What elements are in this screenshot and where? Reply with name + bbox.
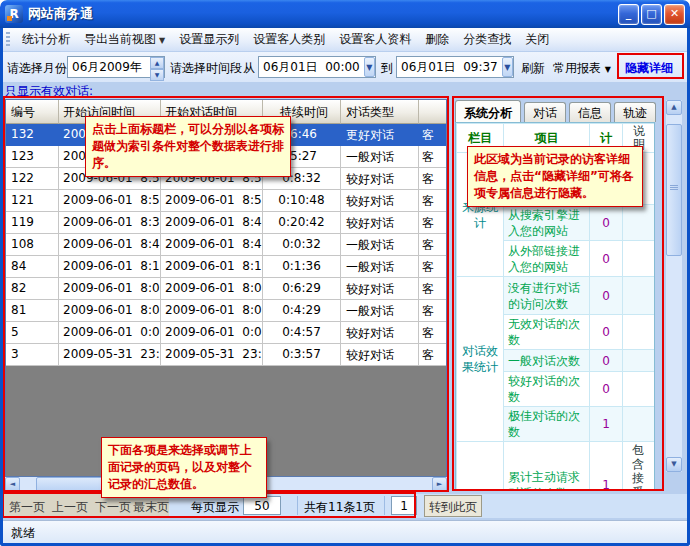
status-text: 就绪 [11, 526, 35, 540]
table-row[interactable]: 822009-06-01 8:062009-06-01 8:070:6:29较好… [6, 278, 446, 300]
to-datetime-field[interactable]: 06月01日 09:37 ▼ [396, 56, 514, 78]
menu-item-导出当前视图[interactable]: 导出当前视图▼ [77, 28, 172, 51]
table-cell: 2009-06-01 8:40 [161, 212, 263, 234]
maximize-button[interactable]: □ [641, 4, 662, 25]
vertical-scrollbar[interactable]: ▲ ▼ [666, 100, 682, 472]
status-bar: 就绪 [3, 520, 687, 543]
close-button[interactable]: ✕ [664, 4, 685, 25]
per-page-label: 每页显示 [191, 499, 239, 516]
total-records-label: 共有11条1页 [304, 499, 375, 516]
hide-detail-button[interactable]: 隐藏详细 [625, 60, 673, 77]
table-cell: 2009-06-01 8:01 [59, 300, 161, 322]
pager-tooltip: 下面各项是来选择或调节上面记录的页码，以及对整个记录的汇总数值。 [101, 437, 267, 498]
menu-item-分类查找[interactable]: 分类查找 [456, 28, 518, 51]
grid-column-header[interactable] [419, 100, 446, 124]
filter-toolbar: 请选择月份 06月2009年 ▲▼ 请选择时间段 从 06月01日 00:00 … [3, 52, 687, 82]
from-datetime-field[interactable]: 06月01日 00:00 ▼ [258, 56, 376, 78]
table-cell: 0:20:42 [263, 212, 341, 234]
table-cell: 121 [6, 190, 59, 212]
scroll-left-icon[interactable]: ◄ [5, 477, 20, 492]
panel-note-cell [623, 205, 656, 241]
last-page-link[interactable]: 最末页 [133, 499, 169, 516]
table-row[interactable]: 1192009-06-01 8:392009-06-01 8:400:20:42… [6, 212, 446, 234]
table-cell: 客 [419, 300, 446, 322]
table-cell: 2009-06-01 8:55 [161, 190, 263, 212]
table-cell: 132 [6, 124, 59, 146]
panel-item-cell: 从外部链接进入您的网站 [504, 241, 590, 277]
detail-tooltip: 此区域为当前记录的访客详细信息，点击“隐藏详细”可将各项专属信息进行隐藏。 [467, 146, 643, 207]
menu-gripper[interactable] [6, 32, 10, 48]
page-number-input[interactable]: 1 [391, 496, 417, 515]
table-cell: 0:4:29 [263, 300, 341, 322]
panel-item-cell: 极佳对话的次数 [504, 407, 590, 442]
from-dropdown-icon[interactable]: ▼ [364, 57, 375, 77]
to-dropdown-icon[interactable]: ▼ [502, 57, 513, 77]
panel-value-cell: 0 [590, 277, 623, 315]
chevron-down-icon: ▼ [605, 65, 611, 74]
panel-note-cell [623, 350, 656, 372]
refresh-button[interactable]: 刷新 [521, 60, 545, 77]
menu-item-设置客人资料[interactable]: 设置客人资料 [332, 28, 418, 51]
scroll-right-icon[interactable]: ► [432, 477, 447, 492]
table-cell: 122 [6, 168, 59, 190]
table-cell: 2009-06-01 8:48 [59, 234, 161, 256]
table-cell: 一般对话 [341, 234, 419, 256]
table-cell: 2009-06-01 8:07 [161, 278, 263, 300]
valid-dialogs-note: 只显示有效对话: [5, 83, 93, 100]
table-row[interactable]: 1212009-06-01 8:512009-06-01 8:550:10:48… [6, 190, 446, 212]
table-cell: 客 [419, 168, 446, 190]
per-page-input[interactable]: 50 [243, 496, 281, 515]
table-row[interactable]: 812009-06-01 8:012009-06-01 8:020:4:29一般… [6, 300, 446, 322]
table-cell: 更好对话 [341, 124, 419, 146]
scroll-up-icon[interactable]: ▲ [666, 100, 682, 115]
table-row[interactable]: 842009-06-01 8:172009-06-01 8:180:1:36一般… [6, 256, 446, 278]
tab-dialog[interactable]: 对话 [524, 102, 566, 122]
menu-item-删除[interactable]: 删除 [418, 28, 456, 51]
tab-info[interactable]: 信息 [569, 102, 611, 122]
minimize-button[interactable]: _ [618, 4, 639, 25]
grid-column-header[interactable]: 编号 [6, 100, 59, 124]
table-cell: 2009-06-01 8:06 [59, 278, 161, 300]
spin-up-icon: ▲ [150, 57, 164, 69]
table-cell: 客 [419, 146, 446, 168]
table-cell: 客 [419, 190, 446, 212]
first-page-link[interactable]: 第一页 [9, 499, 45, 516]
scroll-down-icon[interactable]: ▼ [666, 457, 682, 472]
month-field[interactable]: 06月2009年 ▲▼ [67, 56, 165, 78]
table-cell: 2009-06-01 0:07 [161, 322, 263, 344]
reports-button[interactable]: 常用报表 ▼ [553, 60, 611, 77]
detail-tabs: 系统分析 对话 信息 轨迹 [455, 100, 659, 122]
table-row[interactable]: 1082009-06-01 8:482009-06-01 8:480:0:32一… [6, 234, 446, 256]
table-cell: 较好对话 [341, 190, 419, 212]
prev-page-link[interactable]: 上一页 [52, 499, 88, 516]
table-cell: 84 [6, 256, 59, 278]
next-page-link[interactable]: 下一页 [95, 499, 131, 516]
spin-down-icon: ▼ [150, 69, 164, 81]
panel-note-cell: 包含接受自动 [623, 442, 656, 491]
title-bar: R 网站商务通 _ □ ✕ [0, 0, 690, 28]
panel-item-cell: 一般对话次数 [504, 350, 590, 372]
goto-page-button[interactable]: 转到此页 [424, 495, 482, 517]
table-row[interactable]: 52009-06-01 0:072009-06-01 0:070:4:57较好对… [6, 322, 446, 344]
month-spinner[interactable]: ▲▼ [150, 57, 164, 77]
panel-value-cell: 0 [590, 372, 623, 407]
panel-item-cell: 没有进行对话的访问次数 [504, 277, 590, 315]
tab-track[interactable]: 轨迹 [614, 102, 656, 122]
tab-system-analysis[interactable]: 系统分析 [455, 100, 521, 122]
vscroll-thumb[interactable] [666, 124, 682, 256]
menu-item-设置客人类别[interactable]: 设置客人类别 [246, 28, 332, 51]
grid-column-header[interactable]: 对话类型 [341, 100, 419, 124]
table-cell: 0:0:32 [263, 234, 341, 256]
to-label: 到 [381, 60, 393, 77]
menu-item-关闭[interactable]: 关闭 [518, 28, 556, 51]
table-row[interactable]: 32009-05-31 23:572009-05-31 23:570:3:57较… [6, 344, 446, 366]
menu-item-统计分析[interactable]: 统计分析 [15, 28, 77, 51]
table-cell: 0:6:29 [263, 278, 341, 300]
app-logo-icon: R [5, 5, 23, 23]
table-cell: 客 [419, 212, 446, 234]
table-cell: 一般对话 [341, 300, 419, 322]
table-cell: 5 [6, 322, 59, 344]
menu-item-设置显示列[interactable]: 设置显示列 [172, 28, 246, 51]
table-cell: 2009-06-01 8:39 [59, 212, 161, 234]
app-window: R 网站商务通 _ □ ✕ 统计分析导出当前视图▼设置显示列设置客人类别设置客人… [0, 0, 690, 546]
